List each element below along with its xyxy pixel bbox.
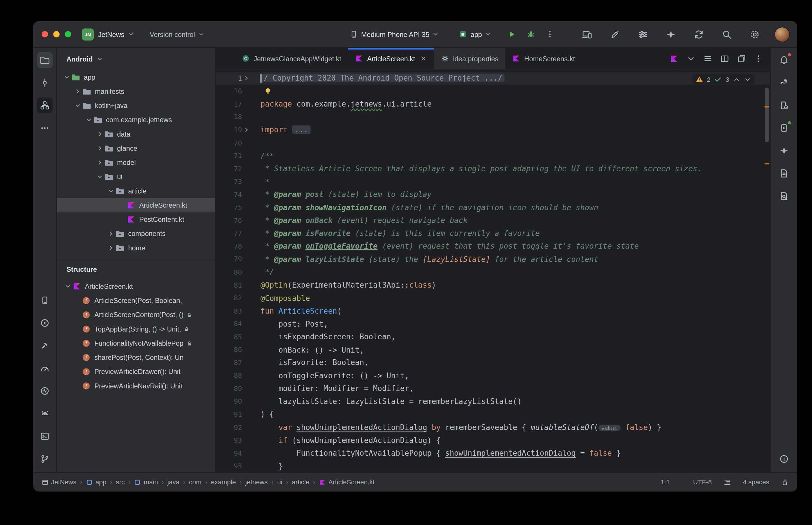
code-line-1[interactable]: 1/ Copyright 2020 The Android Open Sourc… [216, 72, 770, 85]
breadcrumb-item-article[interactable]: article [292, 479, 309, 486]
gemini-tool-button[interactable] [776, 142, 792, 159]
run-tool-button[interactable] [37, 315, 53, 331]
code-line-76[interactable]: 76 * @param onBack (event) request navig… [216, 214, 770, 227]
intention-bulb-icon[interactable] [264, 87, 272, 95]
more-run-actions-button[interactable] [542, 26, 558, 42]
device-selector[interactable]: Medium Phone API 35 [345, 27, 443, 42]
editor-options-icon[interactable] [754, 54, 763, 63]
version-control-tool-button[interactable] [37, 451, 53, 467]
code-editor[interactable]: 2 3 1/ Copyright 2020 The Android Open S… [216, 70, 770, 472]
indent-setting[interactable]: 4 spaces [743, 479, 769, 486]
project-switcher[interactable]: JetNews [94, 27, 138, 41]
device-mirroring-button[interactable] [579, 26, 595, 42]
warning-stripe-mark[interactable] [765, 106, 769, 107]
caret-position[interactable]: 1:1 [661, 479, 670, 486]
breadcrumb-item-app[interactable]: app [86, 479, 106, 486]
tree-item-model[interactable]: model [57, 155, 215, 169]
tree-item-components[interactable]: components [57, 227, 215, 241]
tree-item-data[interactable]: data [57, 127, 215, 141]
breadcrumb-item-articlescreen-kt[interactable]: ArticleScreen.kt [319, 479, 375, 486]
search-everywhere-button[interactable] [719, 26, 735, 42]
breadcrumb-item-java[interactable]: java [167, 479, 179, 486]
code-line-95[interactable]: 95 } [216, 460, 770, 472]
project-pane-header[interactable]: Android [57, 48, 215, 70]
tab-idea-properties[interactable]: idea.properties [434, 48, 505, 69]
code-line-71[interactable]: 71/** [216, 149, 770, 162]
expand-arrow-icon[interactable] [107, 244, 116, 252]
code-line-70[interactable]: 70 [216, 136, 770, 149]
fold-arrow-icon[interactable] [242, 75, 251, 82]
tree-item-ui[interactable]: ui [57, 170, 215, 184]
toolbar-filters-button[interactable] [635, 26, 651, 42]
code-line-81[interactable]: 81@OptIn(ExperimentalMaterial3Api::class… [216, 279, 770, 292]
device-explorer-tool-button[interactable] [776, 188, 792, 204]
tree-item-postcontent-kt[interactable]: PostContent.kt [57, 212, 215, 226]
tree-item-functionalitynotavailablepop[interactable]: fFunctionalityNotAvailablePop [57, 336, 215, 350]
code-line-87[interactable]: 87 isFavorite: Boolean, [216, 356, 770, 369]
terminal-tool-button[interactable] [37, 428, 53, 444]
tree-item-topappbar-string-unit[interactable]: fTopAppBar(String, () -> Unit, [57, 322, 215, 336]
tree-item-articlescreencontent-post[interactable]: fArticleScreenContent(Post, () [57, 308, 215, 322]
code-line-73[interactable]: 73 * [216, 175, 770, 188]
tree-item-kotlin-java[interactable]: kotlin+java [57, 99, 215, 112]
code-line-93[interactable]: 93 if (showUnimplementedActionDialog) { [216, 434, 770, 447]
breadcrumb-item-ui[interactable]: ui [277, 479, 282, 486]
build-tool-button[interactable] [37, 338, 53, 354]
notifications-button[interactable] [776, 52, 792, 68]
tree-item-manifests[interactable]: manifests [57, 84, 215, 99]
code-line-90[interactable]: 90 lazyListState: LazyListState = rememb… [216, 395, 770, 408]
code-line-82[interactable]: 82@Composable [216, 292, 770, 305]
tree-item-home[interactable]: home [57, 241, 215, 255]
user-avatar[interactable] [774, 27, 790, 42]
tree-item-articlescreen-kt[interactable]: ArticleScreen.kt [57, 279, 215, 294]
code-line-74[interactable]: 74 * @param post (state) item to display [216, 188, 770, 201]
ai-assist-button[interactable] [607, 26, 623, 42]
code-line-84[interactable]: 84 post: Post, [216, 317, 770, 330]
expand-arrow-icon[interactable] [73, 101, 82, 110]
editor-scrollbar[interactable] [765, 88, 769, 142]
commit-tool-button[interactable] [37, 75, 53, 91]
code-line-18[interactable]: 18 [216, 110, 770, 124]
breadcrumb-item-example[interactable]: example [211, 479, 236, 486]
expand-arrow-icon[interactable] [95, 130, 104, 138]
tree-item-articlescreen-kt[interactable]: ArticleScreen.kt [57, 198, 215, 212]
code-line-89[interactable]: 89 modifier: Modifier = Modifier, [216, 382, 770, 395]
code-line-88[interactable]: 88 onToggleFavorite: () -> Unit, [216, 369, 770, 382]
code-line-79[interactable]: 79 * @param lazyListState (state) the [L… [216, 253, 770, 266]
expand-arrow-icon[interactable] [107, 229, 116, 238]
code-line-75[interactable]: 75 * @param showNavigationIcon (state) i… [216, 201, 770, 214]
gradle-tool-button[interactable] [776, 75, 792, 91]
expand-arrow-icon[interactable] [63, 282, 72, 290]
tab-articlescreen-kt[interactable]: ArticleScreen.kt [348, 48, 434, 69]
tab-jetnewsglanceappwidget-kt[interactable]: CJetnewsGlanceAppWidget.kt [235, 48, 348, 69]
breadcrumb-item-com[interactable]: com [189, 479, 202, 486]
expand-arrow-icon[interactable] [107, 187, 116, 195]
expand-arrow-icon[interactable] [95, 144, 104, 152]
expand-arrow-icon[interactable] [62, 73, 71, 81]
tree-item-app[interactable]: app [57, 70, 215, 84]
tree-item-glance[interactable]: glance [57, 141, 215, 155]
debug-button[interactable] [523, 26, 539, 42]
settings-button[interactable] [747, 26, 763, 42]
code-line-78[interactable]: 78 * @param onToggleFavorite (event) req… [216, 240, 770, 253]
expand-arrow-icon[interactable] [84, 116, 93, 124]
inspections-widget[interactable]: 2 3 [692, 74, 754, 84]
expand-arrow-icon[interactable] [95, 173, 104, 181]
code-line-94[interactable]: 94 FunctionalityNotAvailablePopup { show… [216, 447, 770, 460]
running-devices-tool-button[interactable] [776, 120, 792, 136]
tree-item-com-example-jetnews[interactable]: com.example.jetnews [57, 112, 215, 127]
problems-tool-button[interactable] [776, 451, 792, 467]
logcat-tool-button[interactable] [37, 292, 53, 309]
hidden-tabs-kotlin-icon[interactable] [669, 54, 679, 63]
split-editor-icon[interactable] [720, 54, 729, 63]
project-tool-button[interactable] [37, 52, 53, 68]
hidden-tabs-chevron-icon[interactable] [686, 54, 696, 63]
code-line-85[interactable]: 85 isExpandedScreen: Boolean, [216, 330, 770, 343]
tab-list-icon[interactable] [703, 54, 712, 63]
tree-item-article[interactable]: article [57, 184, 215, 198]
close-window-button[interactable] [42, 31, 48, 38]
unlock-icon[interactable] [781, 478, 788, 486]
app-quality-insights-tool-button[interactable] [37, 383, 53, 399]
structure-tool-button[interactable] [37, 97, 53, 114]
vcs-widget[interactable]: Version control [145, 27, 209, 41]
